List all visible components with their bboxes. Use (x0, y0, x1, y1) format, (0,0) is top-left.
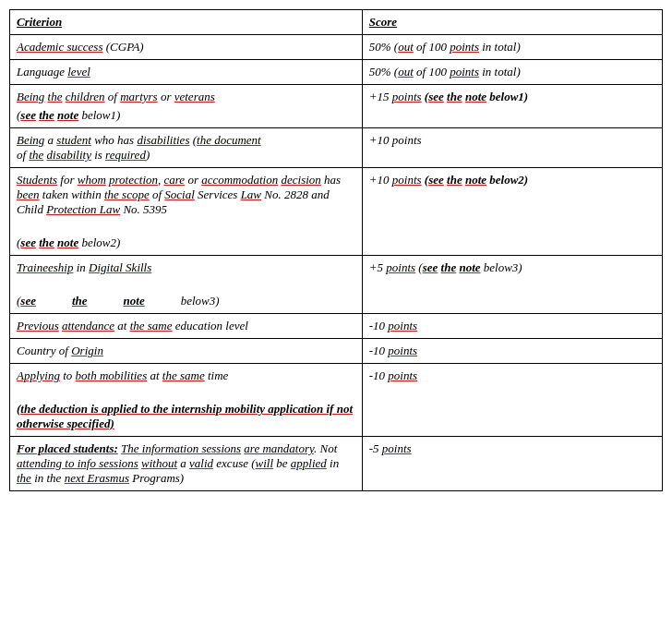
see-label-3: see (20, 294, 36, 308)
whom-label: whom (78, 173, 106, 187)
traineeship-label: Traineeship (17, 260, 73, 274)
note-label-b3: note (459, 260, 480, 274)
decision-label: decision (281, 173, 320, 187)
points-label-3: points (392, 90, 422, 103)
disability-criterion: Being a student who has disabilities (th… (10, 128, 363, 168)
see-note-below1-text: (see the note below1) (17, 108, 355, 123)
the-same-label: the same (130, 319, 173, 332)
the-label: the (48, 90, 63, 103)
the-label-b3: the (441, 260, 457, 274)
the-label-dis: the (29, 148, 43, 162)
accommodation-label: accommodation (201, 173, 278, 187)
attendance-label: attendance (62, 319, 114, 332)
social-label: Social (164, 187, 195, 201)
criterion-header: Criterion (10, 10, 363, 35)
student-label: student (56, 133, 91, 147)
martyrs-label: martyrs (120, 90, 157, 103)
veterans-label: veterans (174, 90, 215, 103)
placed-students-score: -5 points (362, 437, 662, 491)
table-row: Language level 50% (out of 100 points in… (10, 60, 663, 85)
disability-score: +10 points (362, 128, 662, 168)
both-mobilities-text: Applying to both mobilities at the same … (17, 368, 355, 383)
table-row: Applying to both mobilities at the same … (10, 364, 663, 437)
out-of-label: out (398, 40, 414, 54)
origin-label: Origin (71, 344, 103, 357)
both-mobilities-criterion: Applying to both mobilities at the same … (10, 364, 363, 437)
the-label-b2: the (447, 173, 462, 187)
martyrs-veterans-score: +15 points (see the note below1) (362, 85, 662, 128)
table-row: Being a student who has disabilities (th… (10, 128, 663, 168)
next-erasmus-label: next Erasmus (65, 471, 129, 485)
attending-label: attending to info sessions (17, 456, 138, 470)
been-label: been (17, 187, 40, 201)
care-label: care (164, 173, 186, 187)
table-row: Academic success (CGPA) 50% (out of 100 … (10, 35, 663, 60)
protection-score: +10 points (see the note below2) (362, 168, 662, 256)
protection-label: protection (109, 173, 158, 187)
will-label: will (256, 456, 274, 470)
applied-label: applied (291, 456, 327, 470)
the-label-b1: the (447, 90, 462, 103)
points-label-2: points (450, 65, 479, 78)
being-label-2: Being (17, 133, 44, 147)
students-label: Students (17, 173, 57, 187)
law-label: Law (241, 187, 261, 201)
martyrs-veterans-text: Being the children of martyrs or veteran… (17, 90, 355, 104)
academic-success-criterion: Academic success (CGPA) (10, 35, 363, 60)
table-row: Being the children of martyrs or veteran… (10, 85, 663, 128)
protection-text: Students for whom protection, care or ac… (17, 173, 355, 217)
see-note-bold-1: (see the note below1) (425, 90, 528, 103)
language-level-criterion: Language level (10, 60, 363, 85)
required-label: required (105, 148, 146, 162)
children-label: children (66, 90, 105, 103)
table-row: For placed students: The information ses… (10, 437, 663, 491)
disability-label: disability (47, 148, 91, 162)
digital-skills-label: Digital Skills (89, 260, 151, 274)
note-label-3: note (124, 294, 145, 308)
placed-students-criterion: For placed students: The information ses… (10, 437, 363, 491)
see-label-b2: see (428, 173, 444, 187)
disabilities-label: disabilities (137, 133, 189, 147)
criterion-header-text: Criterion (17, 15, 62, 29)
points-label-6: points (388, 319, 417, 332)
note-label-2: note (57, 235, 78, 249)
being-label: Being (17, 90, 44, 103)
points-label-9: points (382, 441, 412, 455)
points-label-4: points (392, 173, 422, 187)
previous-label: Previous (17, 319, 59, 332)
note-label-b1: note (465, 90, 486, 103)
note-label-1: note (57, 108, 78, 122)
academic-success-score: 50% (out of 100 points in total) (362, 35, 662, 60)
traineeship-criterion: Traineeship in Digital Skills (see the n… (10, 256, 363, 314)
see-note-below3-text: (see the note below3) (17, 294, 355, 308)
scoring-table: Criterion Score Academic success (CGPA) … (9, 9, 663, 491)
both-mobilities-score: -10 points (362, 364, 662, 437)
the-same-label-2: the same (162, 368, 205, 382)
see-note-bold-2: (see the note below2) (425, 173, 528, 187)
the-scope-label: the scope (104, 187, 150, 201)
without-label: without (141, 456, 177, 470)
note-label-b2: note (465, 173, 486, 187)
table-row: Students for whom protection, care or ac… (10, 168, 663, 256)
the-document-label: the document (197, 133, 261, 147)
protection-law-label: Protection Law (46, 202, 120, 216)
see-label-1: see (20, 108, 36, 122)
table-header-row: Criterion Score (10, 10, 663, 35)
country-of-origin-criterion: Country of Origin (10, 339, 363, 364)
applying-label: Applying (17, 368, 60, 382)
see-note-below2-text: (see the note below2) (17, 235, 355, 250)
table-row: Traineeship in Digital Skills (see the n… (10, 256, 663, 314)
points-label-1: points (450, 40, 479, 54)
country-of-origin-score: -10 points (362, 339, 662, 364)
the-label-ps: the (17, 471, 31, 485)
table-row: Previous attendance at the same educatio… (10, 314, 663, 339)
the-label-1: the (39, 108, 54, 122)
see-label-2: see (20, 235, 36, 249)
previous-attendance-criterion: Previous attendance at the same educatio… (10, 314, 363, 339)
traineeship-score: +5 points (see the note below3) (362, 256, 662, 314)
points-label-5: points (386, 260, 415, 274)
academic-success-text: Academic success (CGPA) (17, 40, 144, 54)
the-label-3: the (72, 294, 88, 308)
protection-criterion: Students for whom protection, care or ac… (10, 168, 363, 256)
deduction-note-text: (the deduction is applied to the interns… (17, 402, 355, 431)
